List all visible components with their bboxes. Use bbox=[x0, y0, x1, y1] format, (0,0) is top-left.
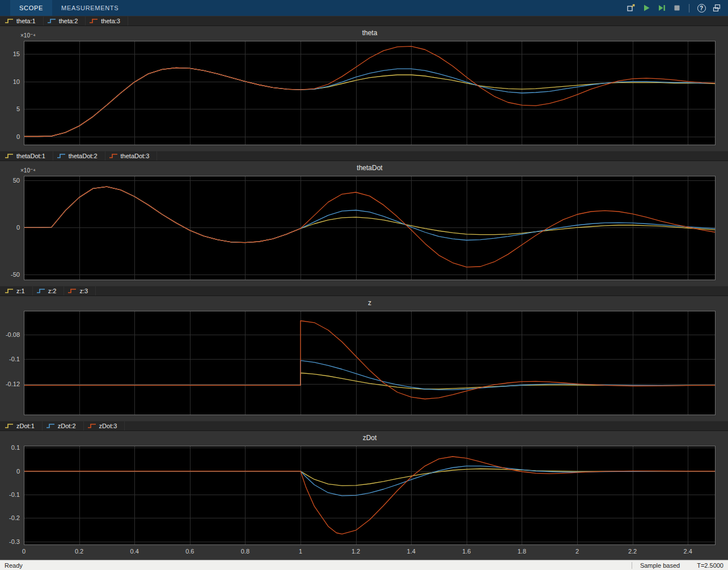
legend-z: z:1z:2z:3 bbox=[0, 286, 728, 296]
tab-measurements[interactable]: MEASUREMENTS bbox=[52, 0, 128, 16]
x-tick-label: 1.6 bbox=[462, 548, 471, 555]
plot-canvas-zDot[interactable]: zDot-0.3-0.2-0.100.100.20.40.60.811.21.4… bbox=[0, 431, 728, 560]
legend-label: zDot:1 bbox=[16, 423, 35, 429]
legend-line-icon bbox=[5, 153, 14, 159]
y-tick-label: 0 bbox=[16, 468, 20, 475]
legend-thetadot: thetaDot:1thetaDot:2thetaDot:3 bbox=[0, 151, 728, 161]
legend-line-icon bbox=[87, 423, 96, 429]
legend-label: thetaDot:2 bbox=[69, 153, 98, 159]
plot-zdot[interactable]: zDot-0.3-0.2-0.100.100.20.40.60.811.21.4… bbox=[0, 431, 728, 560]
status-bar: Ready Sample based T=2.5000 bbox=[0, 560, 728, 570]
y-tick-label: -0.12 bbox=[6, 381, 20, 387]
legend-item-thetaDot:3[interactable]: thetaDot:3 bbox=[105, 151, 158, 161]
legend-item-thetaDot:1[interactable]: thetaDot:1 bbox=[1, 151, 53, 161]
legend-item-thetaDot:2[interactable]: thetaDot:2 bbox=[53, 151, 105, 161]
y-axis-exponent-label: ×10⁻⁴ bbox=[20, 32, 36, 39]
legend-line-icon bbox=[5, 18, 14, 24]
help-icon[interactable]: ? bbox=[696, 2, 707, 14]
legend-line-icon bbox=[36, 288, 45, 294]
toolstrip-quick-actions: ? bbox=[625, 0, 728, 16]
y-tick-label: 10 bbox=[13, 78, 20, 85]
y-axis-exponent-label: ×10⁻⁴ bbox=[20, 167, 36, 174]
status-ready: Ready bbox=[5, 562, 23, 569]
plot-z[interactable]: z-0.12-0.1-0.08 bbox=[0, 296, 728, 421]
y-tick-label: 0 bbox=[16, 133, 20, 140]
legend-theta: theta:1theta:2theta:3 bbox=[0, 16, 728, 26]
y-tick-label: -50 bbox=[11, 271, 20, 278]
y-tick-label: -0.3 bbox=[9, 538, 20, 545]
legend-item-theta:3[interactable]: theta:3 bbox=[86, 16, 128, 26]
x-tick-label: 0.2 bbox=[75, 548, 83, 555]
plot-canvas-z[interactable]: z-0.12-0.1-0.08 bbox=[0, 296, 728, 421]
legend-line-icon bbox=[89, 18, 98, 24]
x-tick-label: 1.4 bbox=[407, 548, 416, 555]
highlight-simulink-block-icon[interactable] bbox=[625, 2, 637, 14]
step-forward-icon[interactable] bbox=[656, 2, 667, 14]
toolstrip: SCOPE MEASUREMENTS bbox=[0, 0, 728, 16]
x-tick-label: 2 bbox=[575, 548, 579, 555]
legend-zdot: zDot:1zDot:2zDot:3 bbox=[0, 421, 728, 431]
legend-item-zDot:3[interactable]: zDot:3 bbox=[84, 421, 125, 430]
legend-line-icon bbox=[67, 288, 77, 294]
dock-icon[interactable] bbox=[711, 2, 722, 14]
legend-label: theta:3 bbox=[101, 18, 120, 24]
legend-item-z:2[interactable]: z:2 bbox=[33, 286, 65, 295]
legend-line-icon bbox=[46, 423, 55, 429]
toolbar-separator bbox=[689, 4, 689, 12]
legend-item-theta:2[interactable]: theta:2 bbox=[44, 16, 86, 26]
x-tick-label: 1 bbox=[299, 548, 302, 555]
legend-item-z:1[interactable]: z:1 bbox=[1, 286, 33, 295]
y-tick-label: -0.2 bbox=[9, 514, 20, 521]
plot-title: z bbox=[368, 299, 371, 307]
tab-scope[interactable]: SCOPE bbox=[10, 0, 52, 16]
legend-label: z:2 bbox=[48, 288, 57, 294]
legend-label: z:1 bbox=[16, 288, 25, 294]
legend-line-icon bbox=[5, 423, 14, 429]
legend-item-zDot:2[interactable]: zDot:2 bbox=[43, 421, 84, 430]
status-time: T=2.5000 bbox=[697, 562, 723, 569]
legend-line-icon bbox=[47, 18, 56, 24]
status-separator bbox=[632, 562, 632, 569]
y-tick-label: -0.1 bbox=[9, 356, 20, 362]
x-tick-label: 2.4 bbox=[684, 548, 692, 555]
y-tick-label: 0 bbox=[16, 224, 20, 231]
legend-label: thetaDot:1 bbox=[16, 153, 45, 159]
y-tick-label: 5 bbox=[16, 105, 20, 112]
legend-label: z:3 bbox=[79, 288, 88, 294]
x-tick-label: 0.4 bbox=[130, 548, 139, 555]
toolstrip-tabs: SCOPE MEASUREMENTS bbox=[0, 0, 128, 16]
status-sample-mode: Sample based bbox=[640, 562, 680, 569]
legend-line-icon bbox=[5, 288, 14, 294]
run-icon[interactable] bbox=[641, 2, 652, 14]
stop-icon[interactable] bbox=[671, 2, 683, 14]
x-tick-label: 1.2 bbox=[352, 548, 360, 555]
y-tick-label: 15 bbox=[13, 50, 20, 57]
plot-title: theta bbox=[362, 29, 378, 37]
legend-line-icon bbox=[57, 153, 66, 159]
x-tick-label: 2.2 bbox=[628, 548, 637, 555]
plot-theta[interactable]: theta×10⁻⁴051015 bbox=[0, 26, 728, 151]
x-tick-label: 0 bbox=[22, 548, 26, 555]
legend-line-icon bbox=[109, 153, 118, 159]
x-tick-label: 0.8 bbox=[241, 548, 249, 555]
y-tick-label: 0.1 bbox=[11, 444, 20, 451]
legend-item-zDot:1[interactable]: zDot:1 bbox=[1, 421, 43, 430]
y-tick-label: 50 bbox=[13, 177, 20, 184]
legend-item-theta:1[interactable]: theta:1 bbox=[1, 16, 44, 26]
plot-title: thetaDot bbox=[357, 164, 383, 172]
legend-item-z:3[interactable]: z:3 bbox=[64, 286, 96, 295]
plot-canvas-theta[interactable]: theta×10⁻⁴051015 bbox=[0, 26, 728, 151]
legend-label: theta:2 bbox=[59, 18, 78, 24]
y-tick-label: -0.1 bbox=[9, 491, 20, 498]
help-glyph: ? bbox=[697, 4, 706, 12]
legend-label: zDot:3 bbox=[99, 423, 117, 429]
legend-label: theta:1 bbox=[16, 18, 36, 24]
y-tick-label: -0.08 bbox=[6, 331, 20, 338]
plot-canvas-thetaDot[interactable]: thetaDot×10⁻⁴-50050 bbox=[0, 161, 728, 286]
plot-title: zDot bbox=[363, 434, 377, 442]
scope-window: SCOPE MEASUREMENTS bbox=[0, 0, 728, 570]
legend-label: thetaDot:3 bbox=[121, 153, 150, 159]
plot-thetadot[interactable]: thetaDot×10⁻⁴-50050 bbox=[0, 161, 728, 286]
status-right-group: Sample based T=2.5000 bbox=[632, 562, 723, 569]
legend-label: zDot:2 bbox=[58, 423, 76, 429]
